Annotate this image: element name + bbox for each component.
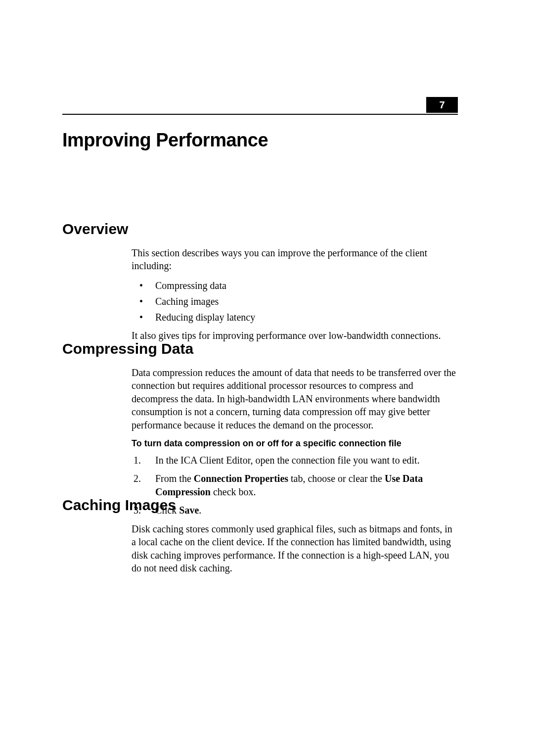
list-item: 2. From the Connection Properties tab, c… xyxy=(132,472,458,499)
chapter-number-badge: 7 xyxy=(426,97,458,113)
caching-heading: Caching Images xyxy=(62,497,458,514)
list-item: Compressing data xyxy=(132,278,458,293)
list-item: Caching images xyxy=(132,293,458,309)
compressing-subhead: To turn data compression on or off for a… xyxy=(132,438,458,449)
step-text: In the ICA Client Editor, open the conne… xyxy=(155,455,420,466)
list-item: 1. In the ICA Client Editor, open the co… xyxy=(132,454,458,467)
header-rule xyxy=(62,114,458,115)
compressing-heading: Compressing Data xyxy=(62,340,458,357)
overview-intro: This section describes ways you can impr… xyxy=(132,246,458,273)
section-compressing-data: Compressing Data Data compression reduce… xyxy=(62,340,458,522)
caching-paragraph: Disk caching stores commonly used graphi… xyxy=(132,522,458,575)
step-number: 1. xyxy=(134,454,141,467)
list-item: Reducing display latency xyxy=(132,309,458,325)
overview-heading: Overview xyxy=(62,221,458,237)
section-caching-images: Caching Images Disk caching stores commo… xyxy=(62,497,458,580)
section-overview: Overview This section describes ways you… xyxy=(62,221,458,347)
step-number: 2. xyxy=(134,472,141,485)
compressing-paragraph: Data compression reduces the amount of d… xyxy=(132,366,458,431)
overview-bullet-list: Compressing data Caching images Reducing… xyxy=(132,278,458,325)
page-title: Improving Performance xyxy=(62,130,268,151)
step-text: From the Connection Properties tab, choo… xyxy=(155,473,423,497)
